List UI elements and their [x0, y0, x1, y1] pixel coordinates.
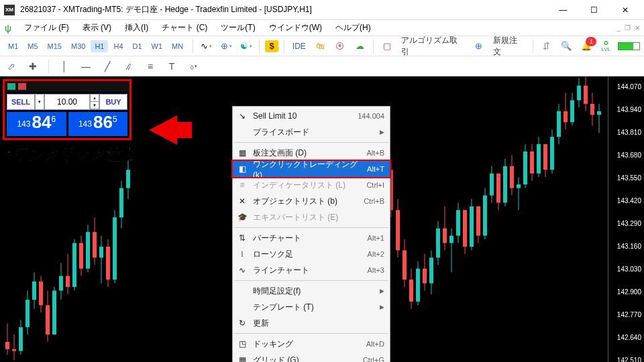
menu-i[interactable]: 挿入(I): [118, 20, 155, 36]
ctx-ロソク足[interactable]: ⁞ローソク足Alt+2: [233, 246, 390, 262]
ctx-label: ラインチャート: [253, 265, 309, 276]
app-icon: XM: [4, 5, 15, 15]
ctx-ドッキング[interactable]: ◳ドッキングAlt+D: [233, 336, 390, 352]
trendline-icon[interactable]: ╱: [100, 59, 115, 74]
connection-icon[interactable]: ⇵: [539, 38, 554, 54]
separator: [284, 40, 284, 53]
ctx-更新[interactable]: ↻更新: [233, 315, 390, 331]
ctx-オブジェクトリストb[interactable]: ✕オブジェクトリスト (b)Ctrl+B: [233, 193, 390, 209]
hline-icon[interactable]: —: [78, 59, 93, 74]
ctx-label: エキスパートリスト (E): [253, 212, 338, 223]
indicator-icon[interactable]: ☯▾: [238, 38, 254, 54]
separator: [48, 60, 49, 73]
svg-rect-9: [32, 282, 36, 300]
ctx-テンプレトT[interactable]: テンプレート (T)▶: [233, 299, 390, 315]
line-chart-icon[interactable]: ∿▾: [199, 38, 214, 54]
stop-icon[interactable]: ▢: [379, 38, 394, 54]
alerts-icon[interactable]: 🔔1: [578, 38, 594, 54]
sell-dropdown[interactable]: ▾: [35, 94, 44, 110]
dollar-icon[interactable]: $: [265, 40, 278, 52]
timeframe-m15[interactable]: M15: [44, 40, 66, 52]
ctx-shortcut: Alt+D: [366, 340, 384, 348]
ide-button[interactable]: IDE: [290, 42, 309, 51]
maximize-button[interactable]: ☐: [579, 1, 609, 19]
sell-label[interactable]: SELL: [7, 94, 35, 110]
vps-icon[interactable]: ☁: [352, 38, 368, 54]
menu-c[interactable]: チャート (C): [155, 20, 214, 36]
svg-rect-45: [409, 280, 413, 302]
zoom-icon[interactable]: ⊕▾: [219, 38, 234, 54]
new-order-icon[interactable]: ⊕: [471, 38, 486, 54]
crosshair-icon[interactable]: ✚: [25, 59, 40, 74]
close-button[interactable]: ✕: [610, 1, 640, 19]
menu-h[interactable]: ヘルプ(H): [329, 20, 378, 36]
menu-t[interactable]: ツール(T): [214, 20, 262, 36]
svg-rect-93: [570, 101, 574, 123]
timeframe-m5[interactable]: M5: [23, 40, 42, 52]
volume-input[interactable]: 10.00: [44, 94, 90, 110]
ctx-グリッドG[interactable]: ▦グリッド (G)Ctrl+G: [233, 352, 390, 362]
svg-rect-27: [93, 232, 97, 257]
signals-icon[interactable]: ⦿: [332, 38, 347, 54]
ctx-shortcut: Alt+2: [368, 250, 384, 258]
axis-label: 142.640: [617, 334, 641, 341]
menu-w[interactable]: ウインドウ(W): [262, 20, 329, 36]
ctx-ワンクリックトレディング[interactable]: ◧ワンクリックトレーディング (k)Alt+T: [233, 161, 390, 177]
ctx-SellLimit[interactable]: ↘Sell Limit 10144.004: [233, 108, 390, 124]
algo-trading-button[interactable]: アルゴリズム取引: [398, 35, 467, 58]
volume-stepper[interactable]: ▲▼: [90, 94, 99, 110]
cursor-icon[interactable]: ⬀: [4, 59, 19, 74]
ctx-label: 時間足設定(f): [253, 286, 301, 297]
svg-rect-7: [25, 300, 30, 327]
parallel-icon[interactable]: ⫽: [121, 59, 136, 74]
buy-label[interactable]: BUY: [99, 94, 127, 110]
axis-label: 143.810: [617, 129, 641, 136]
timeframe-m30[interactable]: M30: [67, 40, 89, 52]
sell-button[interactable]: 143 84 6: [7, 112, 66, 136]
new-order-button[interactable]: 新規注文: [490, 35, 527, 58]
ctx-ラインチャト[interactable]: ∿ラインチャートAlt+3: [233, 262, 390, 278]
svg-rect-17: [59, 276, 63, 291]
menu-f[interactable]: ファイル (F): [17, 20, 76, 36]
timeframe-h4[interactable]: H4: [109, 40, 127, 52]
timeframe-mn[interactable]: MN: [168, 40, 187, 52]
mdi-restore-icon[interactable]: ❐: [625, 24, 631, 32]
svg-rect-23: [79, 243, 83, 269]
market-icon[interactable]: 🛍: [313, 38, 328, 54]
svg-rect-97: [584, 86, 588, 104]
chart-area[interactable]: 144.070143.940143.810143.680143.550143.4…: [0, 76, 644, 362]
timeframe-d1[interactable]: D1: [129, 40, 146, 52]
axis-label: 142.900: [617, 288, 641, 296]
svg-rect-65: [476, 206, 480, 236]
mdi-minimize-icon[interactable]: _: [616, 24, 621, 32]
ctx-バチャト[interactable]: ⇅バーチャートAlt+1: [233, 230, 390, 246]
buy-button[interactable]: 143 86 5: [68, 112, 128, 136]
svg-rect-47: [416, 269, 420, 302]
menu-v[interactable]: 表示 (V): [76, 20, 118, 36]
objects-icon[interactable]: ⬨▾: [186, 59, 201, 74]
svg-rect-59: [456, 210, 460, 235]
ctx-shortcut: Ctrl+I: [366, 181, 384, 189]
ctx-プライスボド[interactable]: プライスボード▶: [233, 124, 390, 140]
ctx-時間足設定f[interactable]: 時間足設定(f)▶: [233, 283, 390, 299]
svg-rect-91: [564, 111, 568, 122]
timeframe-h1[interactable]: H1: [91, 40, 108, 52]
ctx-shortcut: 144.004: [358, 112, 384, 120]
timeframe-w1[interactable]: W1: [148, 40, 167, 52]
menu-separator: [234, 333, 388, 334]
svg-rect-75: [510, 166, 514, 188]
mdi-close-icon[interactable]: ✕: [635, 24, 640, 32]
ctx-label: プライスボード: [253, 127, 309, 138]
minimize-button[interactable]: —: [548, 1, 578, 19]
vline-icon[interactable]: │: [57, 59, 72, 74]
search-icon[interactable]: 🔍: [559, 38, 574, 54]
svg-rect-29: [99, 247, 103, 257]
svg-rect-53: [436, 229, 440, 258]
timeframe-m1[interactable]: M1: [4, 40, 22, 52]
level-icon[interactable]: ✪LVL: [598, 38, 613, 54]
svg-rect-3: [12, 349, 16, 351]
fibo-icon[interactable]: ≡: [143, 59, 158, 74]
svg-rect-73: [503, 166, 507, 203]
text-icon[interactable]: T: [164, 59, 179, 74]
titlebar: XM 26821037 - XMTrading-MT5: デモ口座 - Hedg…: [0, 0, 644, 20]
